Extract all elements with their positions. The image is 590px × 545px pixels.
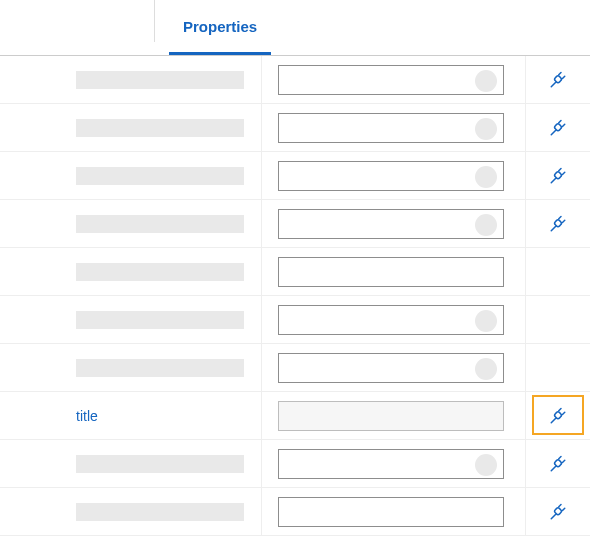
property-grid: title (0, 56, 590, 545)
property-select[interactable] (278, 65, 504, 95)
properties-panel: Properties title (0, 0, 590, 545)
tab-spacer (0, 0, 155, 42)
property-select[interactable] (278, 113, 504, 143)
property-value-cell (262, 104, 526, 151)
property-row (0, 488, 590, 536)
select-indicator (475, 454, 497, 476)
property-action-cell (526, 488, 590, 535)
bind-icon[interactable] (549, 119, 567, 137)
property-value-cell (262, 152, 526, 199)
bind-icon[interactable] (549, 455, 567, 473)
property-value-cell (262, 200, 526, 247)
property-row (0, 248, 590, 296)
property-label-skeleton (76, 503, 244, 521)
property-label-cell (0, 56, 262, 103)
select-indicator (475, 118, 497, 140)
svg-line-14 (559, 216, 561, 218)
svg-line-24 (551, 514, 556, 519)
property-label-skeleton (76, 215, 244, 233)
bind-icon[interactable] (549, 167, 567, 185)
property-value-cell (262, 248, 526, 295)
svg-line-18 (559, 408, 561, 410)
property-select[interactable] (278, 209, 504, 239)
property-label-cell (0, 488, 262, 535)
property-label-cell (0, 440, 262, 487)
property-label-skeleton (76, 359, 244, 377)
property-row (0, 152, 590, 200)
property-select[interactable] (278, 353, 504, 383)
property-row (0, 200, 590, 248)
property-label[interactable]: title (76, 408, 98, 424)
property-label-skeleton (76, 263, 244, 281)
svg-line-15 (563, 220, 565, 222)
bind-icon[interactable] (549, 503, 567, 521)
property-value-cell (262, 56, 526, 103)
svg-line-26 (559, 504, 561, 506)
svg-line-22 (559, 456, 561, 458)
property-value-cell (262, 296, 526, 343)
select-indicator (475, 166, 497, 188)
property-row (0, 56, 590, 104)
property-action-cell (526, 200, 590, 247)
select-indicator (475, 70, 497, 92)
svg-line-23 (563, 460, 565, 462)
property-action-cell (526, 104, 590, 151)
svg-line-4 (551, 130, 556, 135)
property-action-cell (526, 56, 590, 103)
svg-line-12 (551, 226, 556, 231)
property-label-cell: title (0, 392, 262, 439)
property-action-cell (526, 296, 590, 343)
property-row (0, 296, 590, 344)
property-value-cell (262, 488, 526, 535)
property-label-cell (0, 248, 262, 295)
property-value-cell (262, 440, 526, 487)
bind-icon[interactable] (549, 71, 567, 89)
svg-line-8 (551, 178, 556, 183)
property-label-skeleton (76, 167, 244, 185)
property-label-cell (0, 104, 262, 151)
bind-icon[interactable] (549, 215, 567, 233)
svg-line-6 (559, 120, 561, 122)
property-label-skeleton (76, 311, 244, 329)
svg-line-10 (559, 168, 561, 170)
tab-properties[interactable]: Properties (155, 0, 285, 55)
select-indicator (475, 310, 497, 332)
property-action-cell (526, 392, 590, 439)
svg-line-16 (551, 418, 556, 423)
svg-line-19 (563, 412, 565, 414)
select-indicator (475, 214, 497, 236)
svg-line-0 (551, 82, 556, 87)
property-label-cell (0, 200, 262, 247)
property-label-cell (0, 344, 262, 391)
svg-line-3 (563, 76, 565, 78)
property-value-cell (262, 344, 526, 391)
svg-line-7 (563, 124, 565, 126)
property-label-skeleton (76, 71, 244, 89)
property-select[interactable] (278, 161, 504, 191)
property-label-skeleton (76, 119, 244, 137)
svg-line-11 (563, 172, 565, 174)
tabs: Properties (0, 0, 590, 56)
property-input[interactable] (278, 257, 504, 287)
property-row (0, 104, 590, 152)
property-action-cell (526, 248, 590, 295)
property-select[interactable] (278, 449, 504, 479)
select-indicator (475, 358, 497, 380)
svg-line-27 (563, 508, 565, 510)
property-label-cell (0, 152, 262, 199)
property-row: title (0, 392, 590, 440)
property-action-cell (526, 440, 590, 487)
property-row (0, 440, 590, 488)
property-value-cell (262, 392, 526, 439)
property-label-cell (0, 296, 262, 343)
bind-icon[interactable] (549, 407, 567, 425)
property-select[interactable] (278, 305, 504, 335)
svg-line-2 (559, 72, 561, 74)
property-action-cell (526, 152, 590, 199)
property-input[interactable] (278, 497, 504, 527)
property-row (0, 344, 590, 392)
property-input (278, 401, 504, 431)
property-label-skeleton (76, 455, 244, 473)
svg-line-20 (551, 466, 556, 471)
property-action-cell (526, 344, 590, 391)
